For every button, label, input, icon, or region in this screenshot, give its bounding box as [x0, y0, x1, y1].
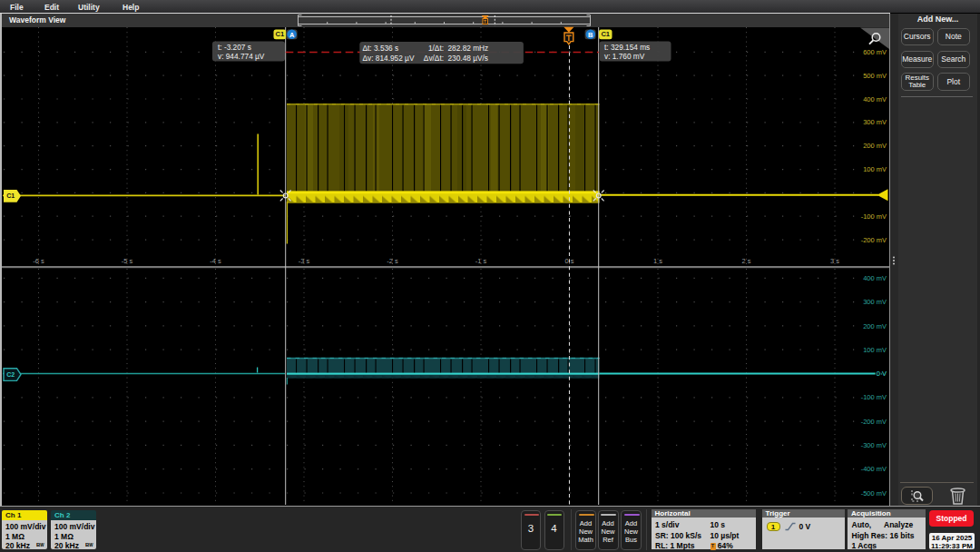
- svg-text:Δv/Δt:: Δv/Δt:: [424, 54, 444, 63]
- svg-text:t: 329.154 ms: t: 329.154 ms: [604, 43, 650, 52]
- svg-text:v: 944.774 µV: v: 944.774 µV: [218, 52, 265, 61]
- svg-text:230.48 µV/s: 230.48 µV/s: [448, 54, 488, 63]
- svg-text:-200 mV: -200 mV: [861, 236, 887, 244]
- svg-text:1/Δt:: 1/Δt:: [428, 44, 444, 53]
- svg-text:C2: C2: [6, 371, 15, 378]
- svg-text:-300 mV: -300 mV: [861, 441, 887, 449]
- svg-text:200 mV: 200 mV: [863, 322, 887, 330]
- svg-text:B: B: [588, 31, 593, 39]
- svg-text:-5 s: -5 s: [122, 257, 133, 265]
- svg-text:v: 1.760 mV: v: 1.760 mV: [604, 52, 645, 61]
- svg-text:100 mV: 100 mV: [863, 165, 887, 173]
- svg-text:Δv: 814.952 µV: Δv: 814.952 µV: [363, 54, 415, 63]
- svg-text:-6 s: -6 s: [33, 257, 44, 265]
- svg-text:-400 mV: -400 mV: [861, 465, 887, 473]
- svg-text:A: A: [289, 31, 295, 39]
- svg-text:282.82 mHz: 282.82 mHz: [448, 44, 489, 53]
- svg-text:-100 mV: -100 mV: [861, 212, 887, 221]
- svg-text:300 mV: 300 mV: [863, 298, 887, 306]
- svg-text:400 mV: 400 mV: [863, 274, 887, 282]
- svg-text:Δt: 3.536 s: Δt: 3.536 s: [363, 44, 399, 53]
- svg-text:100 mV: 100 mV: [863, 346, 887, 354]
- svg-text:t: -3.207 s: t: -3.207 s: [218, 43, 251, 52]
- svg-text:-100 mV: -100 mV: [861, 393, 887, 401]
- svg-text:C1: C1: [601, 30, 610, 38]
- svg-text:600 mV: 600 mV: [863, 48, 887, 56]
- svg-text:C1: C1: [6, 192, 15, 199]
- svg-text:-2 s: -2 s: [387, 257, 398, 265]
- svg-text:500 mV: 500 mV: [863, 72, 887, 80]
- svg-text:-4 s: -4 s: [210, 257, 221, 265]
- svg-text:-200 mV: -200 mV: [861, 418, 887, 426]
- svg-text:1 s: 1 s: [653, 257, 662, 265]
- svg-text:-500 mV: -500 mV: [861, 489, 887, 498]
- svg-text:300 mV: 300 mV: [863, 118, 887, 126]
- svg-text:-3 s: -3 s: [299, 257, 310, 265]
- svg-text:2 s: 2 s: [741, 257, 750, 265]
- svg-text:200 mV: 200 mV: [863, 142, 887, 150]
- svg-text:0 V: 0 V: [877, 370, 887, 378]
- svg-text:-1 s: -1 s: [475, 257, 487, 265]
- svg-text:400 mV: 400 mV: [863, 95, 887, 104]
- svg-text:3 s: 3 s: [830, 257, 839, 265]
- svg-text:C1: C1: [276, 30, 285, 38]
